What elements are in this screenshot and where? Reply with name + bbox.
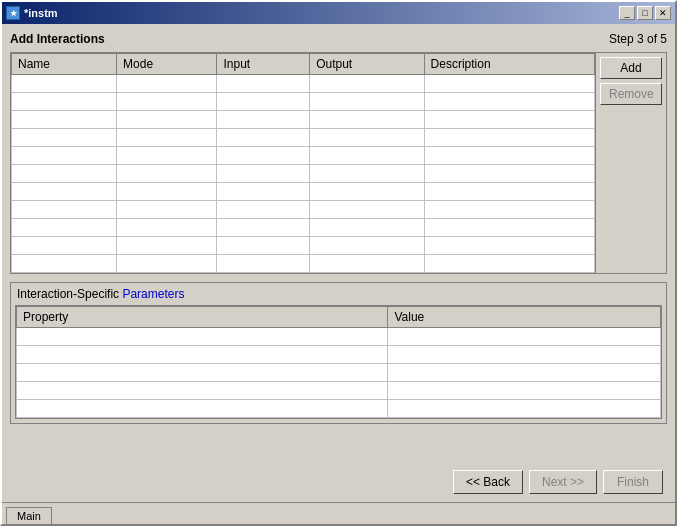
- content-area: Add Interactions Step 3 of 5 Name Mode I…: [2, 24, 675, 502]
- interactions-table-body: [12, 75, 595, 273]
- tab-bar: Main: [2, 502, 675, 524]
- parameters-title: Interaction-Specific Parameters: [11, 283, 666, 305]
- main-window: ★ *instm _ □ ✕ Add Interactions Step 3 o…: [0, 0, 677, 526]
- table-row: [12, 255, 595, 273]
- col-input: Input: [217, 54, 310, 75]
- window-title: *instm: [24, 7, 58, 19]
- parameters-table-body: [17, 328, 661, 418]
- col-output: Output: [310, 54, 424, 75]
- table-row: [12, 93, 595, 111]
- table-row: [12, 219, 595, 237]
- param-table-row: [17, 382, 661, 400]
- interactions-panel: Name Mode Input Output Description: [10, 52, 667, 274]
- add-button[interactable]: Add: [600, 57, 662, 79]
- parameters-table-container: Property Value: [15, 305, 662, 419]
- section-title: Add Interactions: [10, 32, 105, 46]
- parameters-title-part1: Interaction-Specific: [17, 287, 122, 301]
- param-table-row: [17, 346, 661, 364]
- minimize-button[interactable]: _: [619, 6, 635, 20]
- close-button[interactable]: ✕: [655, 6, 671, 20]
- table-row: [12, 75, 595, 93]
- table-row: [12, 147, 595, 165]
- parameters-table-header: Property Value: [17, 307, 661, 328]
- nav-row: << Back Next >> Finish: [10, 424, 667, 502]
- title-bar: ★ *instm _ □ ✕: [2, 2, 675, 24]
- table-row: [12, 237, 595, 255]
- interactions-table: Name Mode Input Output Description: [11, 53, 595, 273]
- maximize-button[interactable]: □: [637, 6, 653, 20]
- side-buttons: Add Remove: [596, 53, 666, 273]
- remove-button[interactable]: Remove: [600, 83, 662, 105]
- next-button[interactable]: Next >>: [529, 470, 597, 494]
- title-bar-left: ★ *instm: [6, 6, 58, 20]
- table-row: [12, 111, 595, 129]
- title-bar-controls: _ □ ✕: [619, 6, 671, 20]
- table-row: [12, 183, 595, 201]
- param-table-row: [17, 400, 661, 418]
- table-row: [12, 129, 595, 147]
- header-row: Add Interactions Step 3 of 5: [10, 32, 667, 46]
- window-icon: ★: [6, 6, 20, 20]
- parameters-section: Interaction-Specific Parameters Property…: [10, 282, 667, 424]
- finish-button[interactable]: Finish: [603, 470, 663, 494]
- param-col-property: Property: [17, 307, 388, 328]
- param-col-value: Value: [388, 307, 661, 328]
- main-tab[interactable]: Main: [6, 507, 52, 524]
- back-button[interactable]: << Back: [453, 470, 523, 494]
- col-name: Name: [12, 54, 117, 75]
- col-description: Description: [424, 54, 594, 75]
- parameters-title-part2: Parameters: [122, 287, 184, 301]
- parameters-table: Property Value: [16, 306, 661, 418]
- col-mode: Mode: [117, 54, 217, 75]
- table-row: [12, 165, 595, 183]
- param-table-row: [17, 328, 661, 346]
- interactions-table-container: Name Mode Input Output Description: [11, 53, 596, 273]
- table-row: [12, 201, 595, 219]
- interactions-table-header: Name Mode Input Output Description: [12, 54, 595, 75]
- step-label: Step 3 of 5: [609, 32, 667, 46]
- param-table-row: [17, 364, 661, 382]
